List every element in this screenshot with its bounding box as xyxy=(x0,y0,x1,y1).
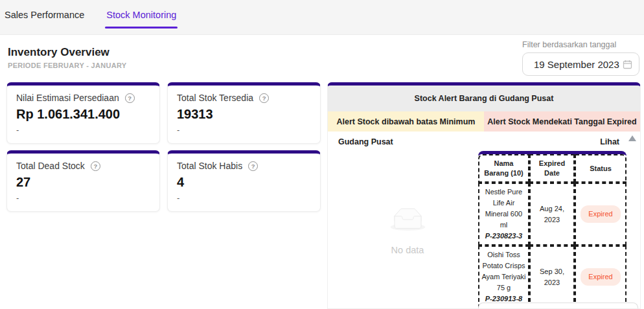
stat-value: 19313 xyxy=(177,107,311,122)
alert-tab-bar: Alert Stock dibawah batas Minimum Alert … xyxy=(328,111,640,132)
empty-state-text: No data xyxy=(352,245,463,255)
cell-item-name: Oishi Toss Potato Crisps Ayam Teriyaki 7… xyxy=(478,246,529,308)
date-filter-input[interactable]: 19 September 2023 xyxy=(522,52,639,76)
warehouse-name: Gudang Pusat xyxy=(338,137,393,146)
scroll-up-arrow-icon[interactable] xyxy=(628,135,636,141)
panel-title: Stock Alert Barang di Gudang Pusat xyxy=(328,86,640,111)
date-filter-label: Filter berdasarkan tanggal xyxy=(522,40,639,49)
next-card-partial xyxy=(478,303,638,309)
status-badge: Expired xyxy=(581,205,620,223)
help-icon[interactable] xyxy=(248,161,258,171)
stat-label: Total Stok Habis xyxy=(177,161,242,171)
stat-card-nilai-estimasi: Nilai Estimasi Persediaan Rp 1.061.341.4… xyxy=(6,82,160,144)
cell-status: Expired xyxy=(575,183,627,246)
table-row: Oishi Toss Potato Crisps Ayam Teriyaki 7… xyxy=(478,246,627,308)
date-filter: Filter berdasarkan tanggal 19 September … xyxy=(522,40,639,76)
empty-box-icon xyxy=(389,208,426,232)
stat-sub: - xyxy=(16,125,150,135)
empty-state: No data xyxy=(352,208,463,255)
stat-sub: - xyxy=(177,193,311,203)
stat-sub: - xyxy=(177,125,311,135)
panel-body: Gudang Pusat Lihat No data Nama Bara xyxy=(328,132,640,308)
stat-card-stok-habis: Total Stok Habis 4 - xyxy=(167,150,321,212)
stat-label: Nilai Estimasi Persediaan xyxy=(16,93,119,103)
lihat-link[interactable]: Lihat xyxy=(600,137,619,146)
status-badge: Expired xyxy=(581,268,620,286)
stat-card-stok-tersedia: Total Stok Tersedia 19313 - xyxy=(167,82,321,144)
item-code: P-230823-3 xyxy=(481,231,526,242)
col-header-status: Status xyxy=(575,154,627,183)
date-filter-value: 19 September 2023 xyxy=(534,59,623,70)
stat-value: Rp 1.061.341.400 xyxy=(16,107,150,122)
stock-alert-panel: Stock Alert Barang di Gudang Pusat Alert… xyxy=(327,82,641,309)
cell-expired-date: Aug 24, 2023 xyxy=(529,183,575,246)
stat-card-dead-stock: Total Dead Stock 27 - xyxy=(6,150,160,212)
tab-stock-monitoring[interactable]: Stock Monitoring xyxy=(105,0,178,28)
col-header-nama-barang: Nama Barang (10) xyxy=(478,154,529,183)
col-header-expired-date: Expired Date xyxy=(529,154,575,183)
item-name: Nestle Pure Life Air Mineral 600 ml xyxy=(485,188,522,229)
table-row: Nestle Pure Life Air Mineral 600 mlP-230… xyxy=(478,183,627,246)
help-icon[interactable] xyxy=(125,93,135,103)
help-icon[interactable] xyxy=(259,93,269,103)
item-name: Oishi Toss Potato Crisps Ayam Teriyaki 7… xyxy=(481,251,525,292)
page-title: Inventory Overview xyxy=(8,46,109,59)
stat-sub: - xyxy=(16,193,150,203)
table-header-row: Nama Barang (10) Expired Date Status xyxy=(478,154,627,183)
cell-status: Expired xyxy=(575,246,627,308)
period-subtitle: PERIODE FEBRUARY - JANUARY xyxy=(8,62,126,69)
cell-item-name: Nestle Pure Life Air Mineral 600 mlP-230… xyxy=(478,183,529,246)
expired-table: Nama Barang (10) Expired Date Status Nes… xyxy=(478,154,627,308)
calendar-icon xyxy=(623,60,632,69)
stats-grid: Nilai Estimasi Persediaan Rp 1.061.341.4… xyxy=(6,82,321,212)
top-tab-bar: Sales Performance Stock Monitoring xyxy=(0,0,644,35)
cell-expired-date: Sep 30, 2023 xyxy=(529,246,575,308)
tab-alert-minimum[interactable]: Alert Stock dibawah batas Minimum xyxy=(328,111,484,132)
stat-label: Total Stok Tersedia xyxy=(177,93,253,103)
stat-label: Total Dead Stock xyxy=(16,161,85,171)
help-icon[interactable] xyxy=(91,161,100,171)
stat-value: 4 xyxy=(177,175,311,190)
stat-value: 27 xyxy=(16,175,150,190)
main-content: Inventory Overview PERIODE FEBRUARY - JA… xyxy=(0,35,644,309)
tab-sales-performance[interactable]: Sales Performance xyxy=(3,0,86,28)
tab-alert-expired[interactable]: Alert Stock Mendekati Tanggal Expired xyxy=(484,111,640,132)
expired-table-card: Nama Barang (10) Expired Date Status Nes… xyxy=(478,151,627,308)
